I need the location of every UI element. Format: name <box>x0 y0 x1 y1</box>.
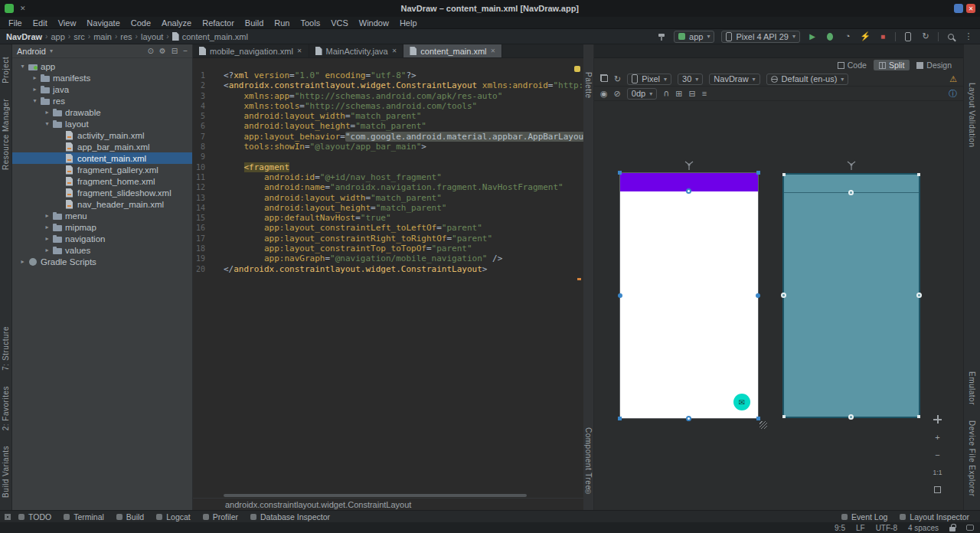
run-button[interactable]: ▶ <box>807 31 818 42</box>
breadcrumb-item-content-main-xml[interactable]: content_main.xml <box>182 32 248 41</box>
file-encoding[interactable]: UTF-8 <box>876 524 897 532</box>
tree-item-fragment-gallery-xml[interactable]: fragment_gallery.xml <box>12 164 192 175</box>
menu-vcs[interactable]: VCS <box>325 18 354 28</box>
tool-tab-project[interactable]: Project <box>2 57 10 83</box>
project-view-selector[interactable]: Android <box>17 47 46 56</box>
selection-handle-bl[interactable] <box>618 417 622 420</box>
menu-window[interactable]: Window <box>354 18 394 28</box>
tree-item-navigation[interactable]: ▸navigation <box>12 233 192 244</box>
tool-button-todo[interactable]: TODO <box>12 512 57 522</box>
info-icon[interactable]: ⓘ <box>949 88 957 100</box>
tree-item-drawable[interactable]: ▸drawable <box>12 106 192 118</box>
tree-chevron-icon[interactable]: ▸ <box>31 86 39 93</box>
selection-handle-mr[interactable] <box>756 293 760 298</box>
hide-panel-button[interactable]: − <box>183 47 188 55</box>
tree-item-menu[interactable]: ▸menu <box>12 210 192 221</box>
breadcrumb-item-navdraw[interactable]: NavDraw <box>6 32 42 41</box>
preview-fab[interactable]: ✉ <box>733 394 750 410</box>
tree-chevron-icon[interactable]: ▸ <box>43 247 51 253</box>
menu-navigate[interactable]: Navigate <box>81 18 125 28</box>
tree-item-nav-header-main-xml[interactable]: nav_header_main.xml <box>12 198 192 210</box>
tool-tab-7-structure[interactable]: 7: Structure <box>2 326 10 371</box>
pan-button[interactable] <box>932 414 943 425</box>
tool-button-terminal[interactable]: Terminal <box>57 512 110 522</box>
code-line-6[interactable]: 6 android:layout_height="match_parent" <box>193 121 583 131</box>
tool-button-layout-inspector[interactable]: Layout Inspector <box>893 512 975 522</box>
debug-button[interactable] <box>825 31 835 42</box>
code-line-14[interactable]: 14 android:layout_height="match_parent" <box>193 203 583 213</box>
tool-button-event-log[interactable]: Event Log <box>835 512 893 522</box>
view-mode-design[interactable]: Design <box>911 60 957 70</box>
menu-edit[interactable]: Edit <box>28 18 53 28</box>
tree-chevron-icon[interactable]: ▸ <box>43 224 51 231</box>
tree-item-gradle-scripts[interactable]: ▸Gradle Scripts <box>12 256 192 267</box>
tree-item-fragment-slideshow-xml[interactable]: fragment_slideshow.xml <box>12 187 192 198</box>
build-hammer-icon[interactable] <box>658 32 666 41</box>
apply-changes-button[interactable]: ⚡ <box>860 31 871 42</box>
breadcrumb-item-res[interactable]: res <box>120 32 132 41</box>
tree-chevron-icon[interactable]: ▸ <box>43 109 51 116</box>
api-version-menu[interactable]: 30 ▾ <box>678 74 703 85</box>
toolbar-overflow-button[interactable]: ⋮ <box>963 31 974 42</box>
breadcrumb-item-main[interactable]: main <box>93 32 112 41</box>
tree-chevron-icon[interactable]: ▸ <box>43 235 51 242</box>
warnings-button[interactable]: ⚠ <box>949 74 957 84</box>
tree-chevron-icon[interactable]: ▾ <box>18 63 27 70</box>
collapse-all-button[interactable]: ⊟ <box>172 47 178 55</box>
window-pin-icon[interactable]: ✕ <box>20 5 26 12</box>
menu-run[interactable]: Run <box>269 18 295 28</box>
caret-position[interactable]: 9:5 <box>835 524 845 532</box>
code-line-3[interactable]: 3 xmlns:app="http://schemas.android.com/… <box>193 91 583 101</box>
zoom-in-button[interactable]: + <box>932 431 943 443</box>
indent-size[interactable]: 4 spaces <box>908 524 939 532</box>
tool-tab-device-file-explorer[interactable]: Device File Explorer <box>968 420 976 496</box>
selection-handle-br[interactable] <box>756 417 760 420</box>
horizontal-scrollbar[interactable] <box>224 494 527 497</box>
locale-menu[interactable]: Default (en-us) ▾ <box>766 74 849 85</box>
code-line-20[interactable]: 20</androidx.constraintlayout.widget.Con… <box>193 264 583 274</box>
default-margins-menu[interactable]: 0dp ▾ <box>627 88 657 100</box>
close-window-button[interactable]: ✕ <box>966 4 975 13</box>
align-button[interactable]: ⊟ <box>688 90 695 98</box>
zoom-to-fit-button[interactable] <box>932 484 943 495</box>
theme-menu[interactable]: NavDraw ▾ <box>709 74 760 85</box>
orientation-button[interactable]: ↻ <box>614 75 621 83</box>
breadcrumb-item-app[interactable]: app <box>51 32 64 41</box>
code-line-5[interactable]: 5 android:layout_width="match_parent" <box>193 111 583 121</box>
code-line-18[interactable]: 18 app:layout_constraintTop_toTopOf="par… <box>193 244 583 253</box>
selection-handle-tr[interactable] <box>756 171 760 175</box>
code-line-9[interactable]: 9 <box>193 152 583 162</box>
run-configuration-select[interactable]: app ▾ <box>674 31 714 43</box>
memory-indicator-icon[interactable] <box>966 525 974 531</box>
close-tab-icon[interactable]: ✕ <box>297 47 302 54</box>
blueprint-anchor-bottom[interactable] <box>848 414 854 420</box>
code-line-17[interactable]: 17 app:layout_constraintRight_toRightOf=… <box>193 234 583 244</box>
profile-button[interactable]: ◔ <box>842 31 853 42</box>
code-line-4[interactable]: 4 xmlns:tools="http://schemas.android.co… <box>193 101 583 111</box>
code-line-2[interactable]: 2<androidx.constraintlayout.widget.Const… <box>193 80 583 90</box>
code-line-15[interactable]: 15 app:defaultNavHost="true" <box>193 213 583 223</box>
tree-item-res[interactable]: ▾res <box>12 95 192 106</box>
lock-icon[interactable] <box>949 527 956 531</box>
code-line-13[interactable]: 13 android:layout_width="match_parent" <box>193 193 583 203</box>
locate-file-button[interactable]: ⊙ <box>147 47 153 55</box>
menu-build[interactable]: Build <box>240 18 269 28</box>
device-menu[interactable]: Pixel ▾ <box>627 74 671 85</box>
tool-tab-2-favorites[interactable]: 2: Favorites <box>2 386 10 430</box>
breadcrumb-item-layout[interactable]: layout <box>141 32 163 41</box>
code-line-11[interactable]: 11 android:id="@+id/nav_host_fragment" <box>193 172 583 182</box>
code-line-7[interactable]: 7 app:layout_behavior="com.google.androi… <box>193 132 583 142</box>
close-tab-icon[interactable]: ✕ <box>392 47 397 54</box>
tree-item-app-bar-main-xml[interactable]: app_bar_main.xml <box>12 141 192 152</box>
menu-code[interactable]: Code <box>126 18 156 28</box>
tool-tab-layout-validation[interactable]: Layout Validation <box>968 83 976 147</box>
menu-tools[interactable]: Tools <box>295 18 325 28</box>
menu-view[interactable]: View <box>53 18 82 28</box>
code-line-12[interactable]: 12 android:name="androidx.navigation.fra… <box>193 182 583 192</box>
view-options-button[interactable]: ◉ <box>600 90 608 98</box>
menu-analyze[interactable]: Analyze <box>156 18 197 28</box>
constraint-anchor-bottom[interactable] <box>686 416 691 421</box>
tree-chevron-icon[interactable]: ▾ <box>43 120 51 127</box>
tree-chevron-icon[interactable]: ▸ <box>18 258 27 265</box>
tool-button-build[interactable]: Build <box>110 512 150 522</box>
